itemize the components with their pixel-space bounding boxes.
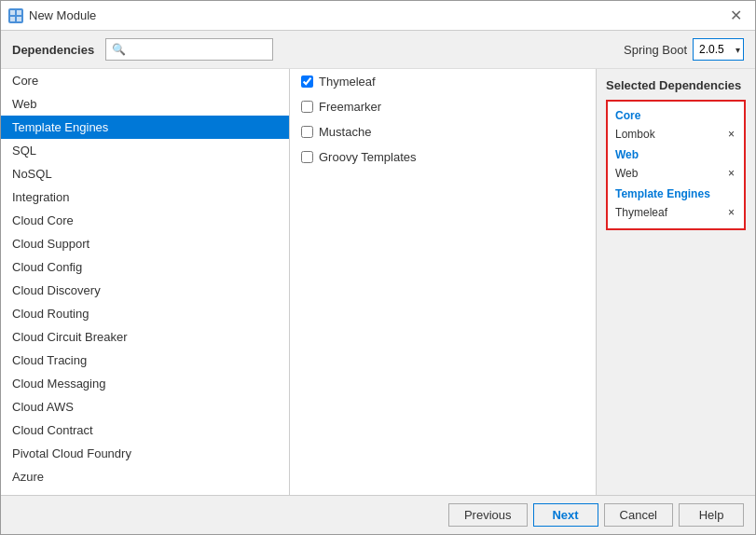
checkbox-thymeleaf[interactable] [301, 75, 313, 88]
checkbox-label-thymeleaf: Thymeleaf [319, 75, 376, 89]
dep-remove-lombok[interactable]: × [726, 129, 736, 140]
category-item-core[interactable]: Core [1, 69, 289, 92]
spring-boot-label: Spring Boot [624, 43, 687, 57]
category-item-template-engines[interactable]: Template Engines [1, 116, 289, 139]
category-item-azure[interactable]: Azure [1, 465, 289, 488]
search-input[interactable] [130, 43, 267, 56]
svg-rect-3 [17, 17, 21, 21]
main-window: New Module ✕ Dependencies 🔍 Spring Boot … [0, 0, 756, 535]
dependencies-label: Dependencies [12, 43, 94, 57]
checkbox-item-mustache[interactable]: Mustache [290, 119, 596, 144]
spring-boot-section: Spring Boot 2.0.5 2.1.0 2.2.0 2.3.0 [624, 38, 744, 61]
selected-dependencies-title: Selected Dependencies [606, 78, 746, 92]
category-item-cloud-tracing[interactable]: Cloud Tracing [1, 349, 289, 372]
category-item-nosql[interactable]: NoSQL [1, 162, 289, 185]
selected-dependencies-panel: Selected Dependencies CoreLombok×WebWeb×… [597, 69, 755, 495]
checkbox-label-groovy-templates: Groovy Templates [319, 150, 417, 164]
help-button[interactable]: Help [679, 503, 744, 527]
category-item-pivotal-cloud-foundry[interactable]: Pivotal Cloud Foundry [1, 442, 289, 465]
category-item-web[interactable]: Web [1, 92, 289, 116]
checkbox-label-freemarker: Freemarker [319, 100, 381, 114]
category-item-cloud-config[interactable]: Cloud Config [1, 255, 289, 279]
dep-item-web: Web× [615, 165, 736, 182]
content-area: CoreWebTemplate EnginesSQLNoSQLIntegrati… [1, 69, 755, 495]
category-item-spring-cloud-gcp[interactable]: Spring Cloud GCP [1, 488, 289, 495]
category-item-sql[interactable]: SQL [1, 139, 289, 162]
category-item-cloud-core[interactable]: Cloud Core [1, 209, 289, 232]
window-title: New Module [29, 8, 96, 22]
selected-dependencies-box: CoreLombok×WebWeb×Template EnginesThymel… [606, 100, 746, 230]
next-button[interactable]: Next [533, 503, 598, 527]
dep-category-web: Web [615, 148, 736, 161]
dep-item-lombok: Lombok× [615, 126, 736, 143]
title-bar: New Module ✕ [1, 1, 755, 31]
checkbox-groovy-templates[interactable] [301, 151, 313, 163]
dep-remove-web[interactable]: × [726, 168, 736, 179]
checkbox-item-groovy-templates[interactable]: Groovy Templates [290, 144, 596, 170]
checkbox-mustache[interactable] [301, 126, 313, 138]
svg-rect-0 [10, 10, 15, 15]
dep-item-name-web: Web [615, 167, 638, 180]
search-icon: 🔍 [112, 43, 126, 56]
category-item-cloud-circuit-breaker[interactable]: Cloud Circuit Breaker [1, 325, 289, 349]
category-item-cloud-discovery[interactable]: Cloud Discovery [1, 279, 289, 302]
footer: Previous Next Cancel Help [1, 495, 755, 534]
spring-boot-version-select[interactable]: 2.0.5 2.1.0 2.2.0 2.3.0 [693, 38, 744, 61]
category-item-cloud-messaging[interactable]: Cloud Messaging [1, 372, 289, 395]
categories-panel: CoreWebTemplate EnginesSQLNoSQLIntegrati… [1, 69, 290, 495]
checkbox-freemarker[interactable] [301, 101, 313, 113]
category-item-cloud-contract[interactable]: Cloud Contract [1, 418, 289, 442]
items-panel: ThymeleafFreemarkerMustacheGroovy Templa… [290, 69, 597, 495]
svg-rect-1 [17, 10, 21, 15]
dep-item-name-thymeleaf: Thymeleaf [615, 206, 667, 219]
dep-category-template-engines: Template Engines [615, 187, 736, 200]
dep-category-core: Core [615, 109, 736, 122]
title-bar-left: New Module [8, 8, 96, 23]
spring-boot-select-wrapper: 2.0.5 2.1.0 2.2.0 2.3.0 [693, 38, 744, 61]
category-item-cloud-routing[interactable]: Cloud Routing [1, 302, 289, 325]
dep-item-thymeleaf: Thymeleaf× [615, 204, 736, 221]
previous-button[interactable]: Previous [448, 503, 528, 527]
dep-remove-thymeleaf[interactable]: × [726, 207, 736, 218]
dep-item-name-lombok: Lombok [615, 128, 655, 141]
toolbar: Dependencies 🔍 Spring Boot 2.0.5 2.1.0 2… [1, 31, 755, 69]
checkbox-label-mustache: Mustache [319, 125, 371, 139]
checkbox-item-thymeleaf[interactable]: Thymeleaf [290, 69, 596, 94]
cancel-button[interactable]: Cancel [604, 503, 673, 527]
close-button[interactable]: ✕ [724, 7, 748, 25]
checkbox-item-freemarker[interactable]: Freemarker [290, 94, 596, 119]
window-icon [8, 8, 23, 23]
category-item-cloud-aws[interactable]: Cloud AWS [1, 395, 289, 418]
svg-rect-2 [10, 17, 15, 21]
category-item-integration[interactable]: Integration [1, 185, 289, 209]
category-item-cloud-support[interactable]: Cloud Support [1, 232, 289, 255]
search-box: 🔍 [105, 38, 273, 61]
